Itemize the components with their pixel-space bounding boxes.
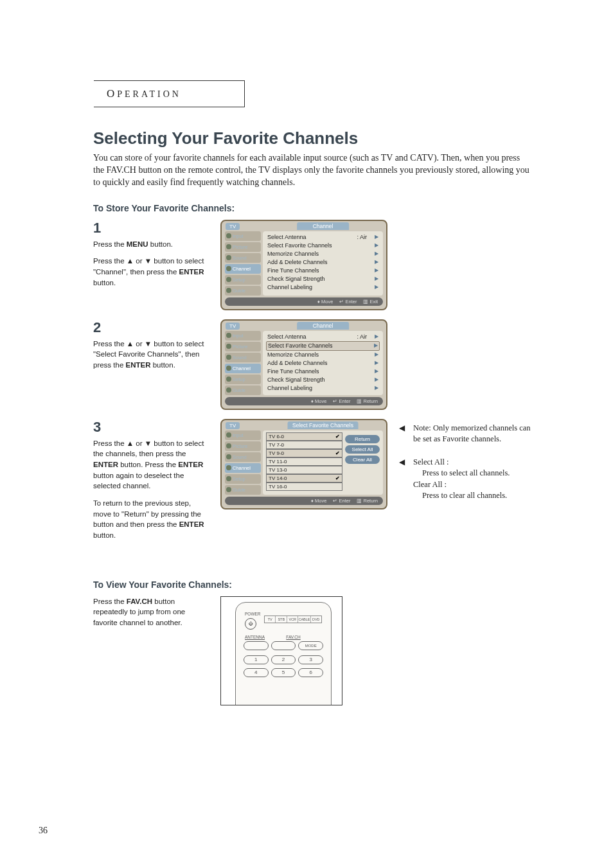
power-button[interactable]: ⏻ <box>245 618 256 630</box>
osd-menu-item[interactable]: Channel Labeling▶ <box>266 384 380 393</box>
mode-dvd[interactable]: DVD <box>311 616 321 623</box>
osd-side-item-picture[interactable]: Picture <box>225 441 261 451</box>
favorite-channel-item[interactable]: TV 9-0✔ <box>266 449 342 457</box>
osd-side-item-channel[interactable]: Channel <box>225 264 261 274</box>
osd-menu-item[interactable]: Channel Labeling▶ <box>266 283 380 292</box>
pointer-icon: ◀ <box>399 423 408 445</box>
text-bold: ENTER <box>179 268 204 276</box>
osd-side-item-sound[interactable]: Sound <box>225 253 261 263</box>
text: button. <box>148 240 173 248</box>
antenna-button[interactable] <box>244 641 269 650</box>
label: Setup <box>233 376 245 382</box>
return-button[interactable]: Return <box>345 435 380 443</box>
osd-footer: ♦ Move ↵ Enter ▥ Return <box>225 497 383 505</box>
label: Channel <box>233 266 251 272</box>
check-icon: ✔ <box>335 475 340 481</box>
osd-menu-item[interactable]: Memorize Channels▶ <box>266 250 380 258</box>
favorite-channel-item[interactable]: TV 7-0 <box>266 441 342 449</box>
note-title: Clear All : <box>413 479 510 491</box>
chevron-right-icon: ▶ <box>375 376 378 383</box>
osd-menu-item[interactable]: Select Favorite Channels▶ <box>266 341 380 351</box>
osd-side-item-setup[interactable]: Setup <box>225 375 261 384</box>
channel-label: TV 9-0 <box>269 450 284 456</box>
favorite-channel-item[interactable]: TV 14-0✔ <box>266 474 342 483</box>
text: Press the <box>93 240 127 248</box>
step-3: 3 Press the ▲ or ▼ button to select the … <box>93 419 568 541</box>
osd-menu-item[interactable]: Fine Tune Channels▶ <box>266 368 380 376</box>
mode-stb[interactable]: STB <box>276 616 287 623</box>
text: Press the ▲ or ▼ button to select the ch… <box>93 439 204 458</box>
page-number: 36 <box>39 826 48 836</box>
osd-side-item-channel[interactable]: Channel <box>225 463 261 473</box>
osd-sidebar: InputPictureSoundChannelSetupGuide <box>225 430 261 495</box>
favorite-channel-item[interactable]: TV 11-0 <box>266 457 342 466</box>
text: button. <box>150 361 175 369</box>
osd-side-item-picture[interactable]: Picture <box>225 242 261 252</box>
osd-menu-item[interactable]: Fine Tune Channels▶ <box>266 267 380 275</box>
select-all-button[interactable]: Select All <box>345 445 380 454</box>
osd-menu-item[interactable]: Select Antenna: Air▶ <box>266 333 380 341</box>
favorite-channel-item[interactable]: TV 13-0 <box>266 466 342 474</box>
mode-cable[interactable]: CABLE <box>298 616 310 623</box>
pointer-icon: ◀ <box>399 457 408 502</box>
footer-move: ♦ Move <box>317 299 333 305</box>
label: Sound <box>233 255 247 261</box>
channel-label: TV 13-0 <box>269 467 287 473</box>
menu-icon <box>226 266 231 271</box>
footer-enter: ↵ Enter <box>339 299 357 305</box>
osd-main-panel: Channel Select Antenna: Air▶Select Favor… <box>263 331 383 395</box>
chevron-right-icon: ▶ <box>375 284 378 290</box>
osd-side-item-channel[interactable]: Channel <box>225 364 261 373</box>
number-3-button[interactable]: 3 <box>298 655 323 664</box>
osd-menu-item[interactable]: Select Favorite Channels▶ <box>266 242 380 250</box>
footer-enter: ↵ Enter <box>333 398 350 404</box>
osd-side-item-picture[interactable]: Picture <box>225 342 261 351</box>
text: Enter <box>339 498 350 504</box>
label: Input <box>233 233 244 239</box>
favch-label: FAV.CH <box>286 635 300 639</box>
favorite-channel-item[interactable]: TV 6-0✔ <box>266 432 342 441</box>
step-number: 1 <box>93 220 209 236</box>
step-2: 2 Press the ▲ or ▼ button to select "Sel… <box>93 319 568 410</box>
osd-menu-item[interactable]: Memorize Channels▶ <box>266 351 380 359</box>
osd-main-panel: Channel Select Antenna: Air▶Select Favor… <box>263 231 383 296</box>
subhead-view: To View Your Favorite Channels: <box>93 580 568 590</box>
number-6-button[interactable]: 6 <box>298 668 323 677</box>
chevron-right-icon: ▶ <box>375 360 378 366</box>
osd-side-item-input[interactable]: Input <box>225 430 261 440</box>
osd-side-item-sound[interactable]: Sound <box>225 452 261 462</box>
osd-menu-item[interactable]: Add & Delete Channels▶ <box>266 258 380 267</box>
number-4-button[interactable]: 4 <box>244 668 269 677</box>
osd-side-item-input[interactable]: Input <box>225 331 261 341</box>
label: Add & Delete Channels <box>267 360 328 366</box>
mode-button[interactable]: MODE <box>298 641 323 650</box>
chevron-right-icon: ▶ <box>375 234 378 240</box>
favorite-channel-item[interactable]: TV 16-0 <box>266 483 342 491</box>
osd-menu-item[interactable]: Check Signal Strength▶ <box>266 376 380 384</box>
osd-side-item-setup[interactable]: Setup <box>225 474 261 484</box>
mode-vcr[interactable]: VCR <box>287 616 298 623</box>
menu-icon <box>226 344 231 349</box>
osd-menu-item[interactable]: Check Signal Strength▶ <box>266 275 380 283</box>
osd-side-item-setup[interactable]: Setup <box>225 275 261 285</box>
osd-menu-item[interactable]: Add & Delete Channels▶ <box>266 359 380 368</box>
mode-tv[interactable]: TV <box>265 616 276 623</box>
label: Guide <box>233 288 245 294</box>
osd-side-item-guide[interactable]: Guide <box>225 485 261 495</box>
osd-side-item-input[interactable]: Input <box>225 231 261 241</box>
clear-all-button[interactable]: Clear All <box>345 456 380 464</box>
number-5-button[interactable]: 5 <box>271 668 296 677</box>
osd-side-item-guide[interactable]: Guide <box>225 385 261 395</box>
favorite-buttons: Return Select All Clear All <box>345 432 380 491</box>
menu-icon <box>226 476 231 481</box>
number-1-button[interactable]: 1 <box>244 655 269 664</box>
osd-footer: ♦ Move ↵ Enter ▥ Exit <box>225 297 383 306</box>
number-2-button[interactable]: 2 <box>271 655 296 664</box>
note-body: Press to clear all channels. <box>413 490 510 502</box>
label: Channel Labeling <box>267 284 312 290</box>
text: Press the <box>93 598 127 605</box>
osd-menu-item[interactable]: Select Antenna: Air▶ <box>266 233 380 242</box>
osd-side-item-sound[interactable]: Sound <box>225 353 261 362</box>
osd-side-item-guide[interactable]: Guide <box>225 286 261 296</box>
favch-button[interactable] <box>271 641 296 650</box>
